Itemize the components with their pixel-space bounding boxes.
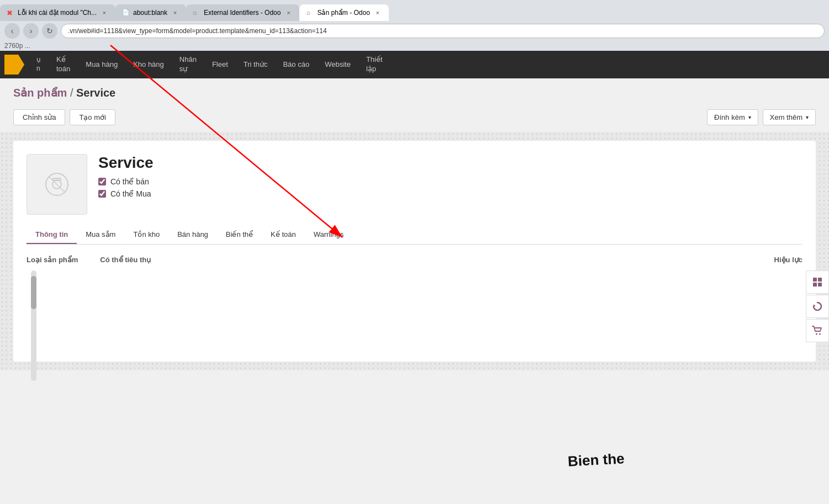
tab-1-close[interactable]: × — [100, 8, 109, 17]
bien-the-annotation: Bien the — [568, 450, 625, 470]
product-image[interactable] — [27, 154, 87, 215]
attach-button[interactable]: Đính kèm ▾ — [707, 109, 758, 125]
svg-rect-4 — [813, 278, 817, 282]
navbar-item-website[interactable]: Website — [317, 56, 358, 74]
reload-button[interactable]: ↻ — [42, 23, 57, 39]
field-loai-san-pham: Loại sản phẩm — [27, 256, 78, 266]
new-button[interactable]: Tạo mới — [70, 109, 115, 125]
scrollbar-track[interactable] — [31, 270, 36, 381]
hieu-luc-label: Hiệu lực — [774, 256, 802, 264]
attach-dropdown-arrow: ▾ — [748, 114, 751, 120]
tab-2-favicon: 📄 — [122, 9, 130, 17]
tab-3-favicon: ○ — [193, 9, 200, 17]
attach-label: Đính kèm — [714, 113, 745, 121]
navbar-item-u[interactable]: ụn — [29, 51, 49, 77]
breadcrumb: Sản phẩm / Service — [13, 86, 816, 99]
browser-chrome: ✖ Lỗi khi cài đặt modul "Ch... × 📄 about… — [0, 0, 829, 51]
product-name: Service — [98, 154, 802, 172]
edit-button[interactable]: Chỉnh sửa — [13, 109, 65, 125]
forward-button[interactable]: › — [23, 23, 39, 39]
tab-4-favicon: ○ — [306, 9, 314, 17]
navbar-item-tri-thuc[interactable]: Tri thức — [236, 56, 276, 74]
right-sidebar — [806, 270, 829, 342]
tab-ke-toan[interactable]: Kế toán — [262, 226, 305, 244]
navbar-item-bao-cao[interactable]: Báo cáo — [275, 56, 317, 74]
tab-3[interactable]: ○ External Identifiers - Odoo × — [186, 4, 299, 21]
page-content: Sản phẩm / Service Chỉnh sửa Tạo mới Đín… — [0, 78, 829, 370]
can-buy-checkbox[interactable] — [98, 190, 106, 198]
toolbar-right: Đính kèm ▾ Xem thêm ▾ — [707, 109, 816, 125]
svg-rect-5 — [818, 278, 822, 282]
tab-bar: ✖ Lỗi khi cài đặt modul "Ch... × 📄 about… — [0, 0, 829, 21]
address-text: .vn/web#id=1118&view_type=form&model=pro… — [68, 27, 327, 35]
svg-point-10 — [819, 333, 821, 335]
zoom-bar: 2760p ... — [0, 41, 829, 51]
tab-4-close[interactable]: × — [373, 8, 382, 17]
can-sell-row: Có thể bán — [98, 177, 802, 186]
camera-icon — [43, 171, 71, 198]
can-sell-checkbox[interactable] — [98, 178, 106, 185]
address-bar-row: ‹ › ↻ .vn/web#id=1118&view_type=form&mod… — [0, 21, 829, 41]
svg-marker-8 — [814, 304, 816, 306]
svg-rect-7 — [818, 283, 822, 287]
product-header: Service Có thể bán Có thể Mua — [27, 154, 802, 215]
zoom-label: 2760p ... — [4, 42, 30, 50]
form-area: Service Có thể bán Có thể Mua Thông tin … — [0, 132, 829, 370]
tab-2-title: about:blank — [133, 9, 167, 17]
tab-thong-tin[interactable]: Thông tin — [27, 226, 77, 244]
navbar-item-ke-toan[interactable]: Kếtoán — [49, 51, 78, 78]
tab-2[interactable]: 📄 about:blank × — [115, 4, 186, 21]
tab-1-favicon: ✖ — [7, 9, 14, 17]
navbar-item-mua-hang[interactable]: Mua hàng — [78, 56, 125, 74]
breadcrumb-separator: / — [70, 87, 76, 99]
can-buy-row: Có thể Mua — [98, 189, 802, 198]
loai-san-pham-label: Loại sản phẩm — [27, 256, 78, 264]
refresh-icon — [812, 301, 823, 312]
tabs-bar: Thông tin Mua sắm Tồn kho Bán hàng Biến … — [27, 226, 802, 245]
svg-rect-6 — [813, 283, 817, 287]
more-button[interactable]: Xem thêm ▾ — [763, 109, 816, 125]
field-hieu-luc: Hiệu lực — [774, 256, 802, 266]
odoo-logo[interactable] — [4, 55, 24, 75]
breadcrumb-parent[interactable]: Sản phẩm — [13, 87, 67, 99]
sidebar-cart-icon[interactable] — [806, 319, 829, 342]
form-card: Service Có thể bán Có thể Mua Thông tin … — [13, 141, 816, 362]
cart-icon — [812, 325, 823, 336]
tab-4[interactable]: ○ Sản phẩm - Odoo × — [299, 4, 388, 21]
field-co-the-tieu-thu: Có thể tiêu thụ — [100, 256, 151, 266]
sidebar-grid-icon[interactable] — [806, 270, 829, 294]
tab-mua-sam[interactable]: Mua sắm — [77, 226, 124, 244]
more-dropdown-arrow: ▾ — [806, 114, 809, 120]
can-buy-label: Có thể Mua — [110, 189, 151, 198]
toolbar: Chỉnh sửa Tạo mới Đính kèm ▾ Xem thêm ▾ — [0, 105, 829, 132]
odoo-navbar: ụn Kếtoán Mua hàng Kho hàng Nhânsự Fleet… — [0, 51, 829, 78]
tab-4-title: Sản phẩm - Odoo — [317, 9, 369, 17]
sidebar-refresh-icon[interactable] — [806, 295, 829, 318]
svg-point-9 — [816, 333, 817, 335]
tab-ban-hang[interactable]: Bán hàng — [168, 226, 217, 244]
navbar-item-nhan-su[interactable]: Nhânsự — [172, 51, 204, 78]
breadcrumb-bar: Sản phẩm / Service — [0, 78, 829, 105]
co-the-tieu-thu-label: Có thể tiêu thụ — [100, 256, 151, 264]
fields-row: Loại sản phẩm Có thể tiêu thụ Hiệu lực — [27, 245, 802, 266]
navbar-item-fleet[interactable]: Fleet — [204, 56, 236, 74]
back-button[interactable]: ‹ — [4, 23, 20, 39]
can-sell-label: Có thể bán — [110, 177, 149, 186]
tab-2-close[interactable]: × — [171, 8, 179, 17]
navbar-item-thiet-lap[interactable]: Thiếtlập — [358, 51, 390, 78]
tab-1[interactable]: ✖ Lỗi khi cài đặt modul "Ch... × — [0, 4, 115, 21]
more-label: Xem thêm — [770, 113, 802, 121]
tab-3-close[interactable]: × — [284, 8, 293, 17]
product-info: Service Có thể bán Có thể Mua — [98, 154, 802, 201]
tab-ton-kho[interactable]: Tồn kho — [124, 226, 168, 244]
tab-warnings[interactable]: Warnings — [305, 226, 352, 244]
tab-bien-the[interactable]: Biến thể — [217, 226, 262, 244]
tab-3-title: External Identifiers - Odoo — [204, 9, 281, 17]
scrollbar-thumb[interactable] — [31, 276, 36, 309]
tab-1-title: Lỗi khi cài đặt modul "Ch... — [18, 9, 97, 17]
navbar-item-kho-hang[interactable]: Kho hàng — [125, 56, 172, 74]
breadcrumb-current: Service — [76, 87, 115, 99]
grid-icon — [812, 277, 823, 288]
address-bar[interactable]: .vn/web#id=1118&view_type=form&model=pro… — [61, 24, 825, 38]
